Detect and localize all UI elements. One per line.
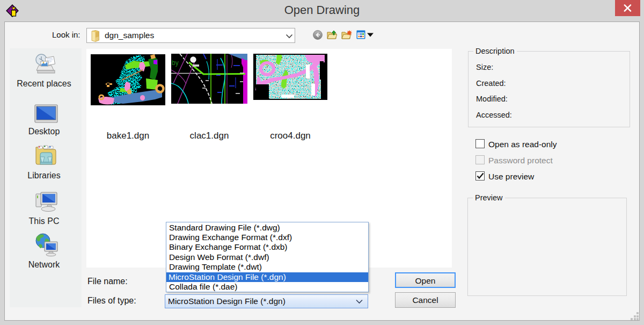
- svg-text:by: by: [172, 59, 179, 67]
